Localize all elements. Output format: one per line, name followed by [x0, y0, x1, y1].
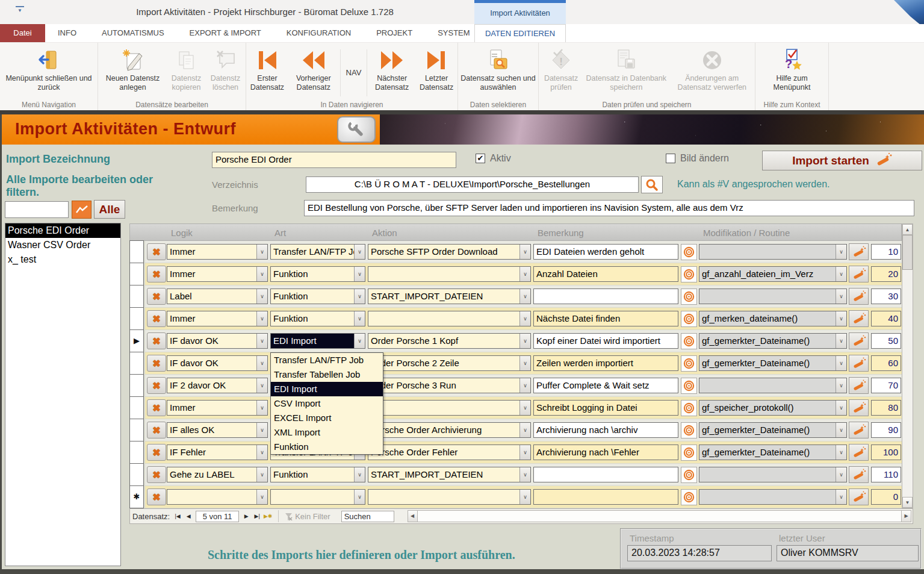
grid-combo[interactable]: ∨: [368, 489, 531, 505]
bemerkung-cell[interactable]: Archivierung nach \Fehler: [533, 445, 678, 460]
chevron-down-icon[interactable]: ∨: [836, 311, 846, 326]
wand-button[interactable]: [849, 466, 869, 483]
wand-button[interactable]: [849, 488, 869, 505]
bemerkung-cell[interactable]: Nächste Datei finden: [533, 311, 678, 326]
grid-combo[interactable]: gf_gemerkter_Dateiname()∨: [699, 355, 847, 371]
row-selector[interactable]: [129, 419, 144, 441]
scroll-up-icon[interactable]: ▲: [902, 224, 913, 235]
next-record-icon[interactable]: ▶: [241, 510, 252, 522]
alle-button[interactable]: Alle: [94, 200, 125, 219]
bemerkung-cell[interactable]: [533, 489, 678, 505]
wand-button[interactable]: [849, 243, 869, 260]
grid-combo[interactable]: gf_gemerkter_Dateiname()∨: [699, 445, 847, 460]
grid-combo[interactable]: START_IMPORT_DATEIEN∨: [368, 289, 531, 304]
delete-row-button[interactable]: ✖: [147, 399, 166, 416]
scroll-down-icon[interactable]: ▼: [902, 497, 913, 508]
row-selector[interactable]: [129, 396, 144, 419]
nr-cell[interactable]: 0: [871, 489, 901, 505]
quick-access-toolbar-icon[interactable]: ▼: [16, 6, 24, 14]
target-button[interactable]: [681, 289, 697, 305]
grid-combo[interactable]: ∨: [699, 467, 847, 482]
chevron-down-icon[interactable]: ∨: [519, 401, 530, 415]
grid-combo[interactable]: Label∨: [167, 289, 268, 304]
dropdown-option[interactable]: CSV Import: [271, 396, 383, 411]
current-row-selector[interactable]: ▶: [129, 329, 144, 352]
grid-combo[interactable]: ∨: [699, 489, 847, 505]
chevron-down-icon[interactable]: ∨: [256, 267, 267, 281]
chevron-down-icon[interactable]: ∨: [836, 334, 846, 348]
tab-datei[interactable]: Datei: [0, 24, 45, 42]
bemerkung-cell[interactable]: [533, 467, 678, 482]
grid-combo[interactable]: Immer∨: [167, 400, 268, 416]
nr-cell[interactable]: 110: [871, 467, 901, 482]
ribbon-button-datensatz-suchen-und-auswählen[interactable]: Datensatz suchen und auswählen: [460, 45, 537, 92]
row-selector[interactable]: [129, 240, 144, 263]
scrollbar-thumb[interactable]: [902, 235, 913, 270]
nr-cell[interactable]: 90: [871, 422, 901, 438]
chevron-down-icon[interactable]: ∨: [519, 467, 530, 482]
nr-cell[interactable]: 80: [871, 400, 901, 416]
import-list-item[interactable]: x_ test: [5, 252, 120, 267]
grid-combo[interactable]: Order Porsche 3 Run∨: [368, 378, 531, 393]
bemerkung-input[interactable]: EDI Bestellung von Porsche, über SFTP Se…: [304, 200, 914, 216]
bemerkung-cell[interactable]: Schreibt Logging in Datei: [533, 400, 678, 416]
grid-combo[interactable]: ∨: [368, 266, 531, 282]
grid-combo[interactable]: Order Porsche 1 Kopf∨: [368, 333, 531, 349]
ribbon-button-nächster-datensatz[interactable]: Nächster Datensatz: [368, 45, 415, 92]
chevron-down-icon[interactable]: ∨: [519, 334, 530, 348]
wand-button[interactable]: [849, 355, 869, 372]
grid-combo[interactable]: Porsche Order Archivierung∨: [368, 422, 531, 438]
chevron-down-icon[interactable]: ∨: [256, 311, 267, 326]
tab-projekt[interactable]: PROJEKT: [364, 24, 425, 42]
wand-button[interactable]: [849, 332, 869, 349]
chevron-down-icon[interactable]: ∨: [354, 311, 365, 326]
last-record-icon[interactable]: ▶|: [252, 510, 262, 522]
chevron-down-icon[interactable]: ∨: [256, 467, 267, 482]
chevron-down-icon[interactable]: ∨: [354, 334, 365, 348]
import-starten-button[interactable]: Import starten: [762, 151, 922, 170]
dropdown-option[interactable]: Transfer Tabellen Job: [271, 367, 383, 382]
record-position[interactable]: 5 von 11: [196, 511, 239, 522]
chevron-down-icon[interactable]: ∨: [354, 267, 365, 281]
row-selector[interactable]: [129, 307, 144, 330]
delete-row-button[interactable]: ✖: [147, 332, 166, 349]
grid-combo[interactable]: Porsche Order Fehler∨: [368, 445, 531, 460]
dropdown-option[interactable]: EDI Import: [271, 382, 383, 396]
grid-combo[interactable]: IF davor OK∨: [167, 355, 268, 371]
target-button[interactable]: [681, 311, 697, 327]
target-button[interactable]: [681, 422, 697, 438]
ribbon-button-hilfe-zum-menüpunkt[interactable]: ?Hilfe zum Menüpunkt: [759, 45, 825, 92]
chevron-down-icon[interactable]: ∨: [519, 245, 530, 259]
target-button[interactable]: [681, 489, 697, 505]
chevron-down-icon[interactable]: ∨: [256, 378, 267, 393]
grid-combo[interactable]: Funktion∨: [270, 266, 365, 282]
row-selector[interactable]: [129, 263, 144, 285]
grid-combo[interactable]: IF 2 davor OK∨: [167, 378, 268, 393]
chevron-down-icon[interactable]: ∨: [519, 356, 530, 370]
new-record-icon[interactable]: ▶✱: [262, 510, 273, 522]
grid-combo[interactable]: gf_gemerkter_Dateiname()∨: [699, 422, 847, 438]
row-selector[interactable]: [129, 285, 144, 308]
ribbon-button-letzter-datensatz[interactable]: Letzter Datensatz: [415, 45, 457, 92]
nr-cell[interactable]: 70: [871, 378, 901, 393]
chevron-down-icon[interactable]: ∨: [354, 245, 365, 259]
dropdown-option[interactable]: EXCEL Import: [271, 411, 383, 425]
grid-combo[interactable]: Immer∨: [167, 311, 268, 326]
delete-row-button[interactable]: ✖: [147, 288, 166, 305]
delete-row-button[interactable]: ✖: [147, 488, 166, 505]
grid-combo[interactable]: Immer∨: [167, 266, 268, 282]
grid-combo[interactable]: Order Porsche 2 Zeile∨: [368, 355, 531, 371]
grid-combo[interactable]: gf_anzahl_dateien_im_Verz∨: [699, 266, 847, 282]
delete-row-button[interactable]: ✖: [147, 422, 166, 438]
chevron-down-icon[interactable]: ∨: [836, 445, 846, 460]
grid-combo[interactable]: gf_gemerkter_Dateiname()∨: [699, 333, 847, 349]
chevron-down-icon[interactable]: ∨: [256, 289, 267, 304]
delete-row-button[interactable]: ✖: [147, 377, 166, 394]
nr-cell[interactable]: 100: [871, 445, 901, 460]
delete-row-button[interactable]: ✖: [147, 466, 166, 483]
grid-combo[interactable]: Funktion∨: [270, 311, 365, 326]
grid-vertical-scrollbar[interactable]: ▲ ▼: [902, 223, 913, 508]
verzeichnis-browse-button[interactable]: [641, 176, 663, 193]
bemerkung-cell[interactable]: Puffer Complete & Wait setz: [533, 378, 678, 393]
nr-cell[interactable]: 30: [871, 289, 901, 304]
